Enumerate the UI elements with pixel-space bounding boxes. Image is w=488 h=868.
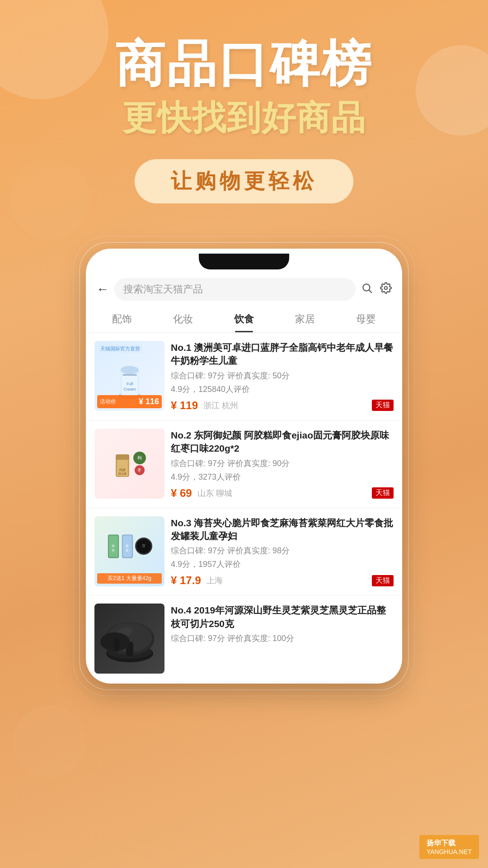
product-info-1: No.1 澳洲美可卓进口蓝胖子全脂高钙中老年成人早餐牛奶粉学生儿童 综合口碑: … bbox=[171, 341, 394, 412]
svg-text:海: 海 bbox=[112, 544, 115, 547]
tmall-badge-1: 天猫 bbox=[372, 400, 394, 411]
product-reviews-2: 4.9分，3273人评价 bbox=[171, 472, 394, 482]
search-bar: ← 搜索淘宝天猫产品 bbox=[87, 273, 401, 306]
table-row[interactable]: 海 苔 紫 菜 苔 bbox=[87, 508, 401, 596]
product-info-2: No.2 东阿御妃颜 阿胶糕即食ejiao固元膏阿胶块原味红枣口味220g*2 … bbox=[171, 429, 394, 500]
tmall-badge-3: 天猫 bbox=[372, 575, 394, 586]
product-title-3: No.3 海苔夹心脆片即食芝麻海苔紫菜网红大片零食批发罐装儿童孕妇 bbox=[171, 516, 394, 543]
tab-home[interactable]: 家居 bbox=[274, 306, 335, 332]
svg-text:菜: 菜 bbox=[126, 549, 129, 552]
product-image-1: 天猫国际官方直营 Full Cream bbox=[94, 341, 164, 411]
product-price-3: ¥ 17.9 bbox=[171, 574, 201, 587]
product-title-2: No.2 东阿御妃颜 阿胶糕即食ejiao固元膏阿胶块原味红枣口味220g*2 bbox=[171, 429, 394, 455]
watermark-url: YANGHUA.NET bbox=[427, 848, 472, 855]
product-score-1: 综合口碑: 97分 评价真实度: 50分 bbox=[171, 370, 394, 381]
product-price-2: ¥ 69 bbox=[171, 487, 192, 500]
product-reviews-3: 4.9分，1957人评价 bbox=[171, 559, 394, 570]
product-list: 天猫国际官方直营 Full Cream bbox=[87, 333, 401, 682]
svg-text:苔: 苔 bbox=[112, 549, 115, 552]
search-icon[interactable] bbox=[361, 282, 373, 297]
product-title-4: No.4 2019年河源深山野生灵芝紫灵芝黑灵芝正品整枝可切片250克 bbox=[171, 604, 394, 630]
product-reviews-1: 4.9分，125840人评价 bbox=[171, 384, 394, 395]
phone-notch bbox=[199, 254, 289, 269]
product-image-2: 阿胶 固元膏 枸 枣 bbox=[94, 429, 164, 499]
hero-title-sub: 更快找到好商品 bbox=[27, 95, 461, 141]
tab-accessories[interactable]: 配饰 bbox=[92, 306, 153, 332]
tab-cosmetics[interactable]: 化妆 bbox=[153, 306, 214, 332]
product-price-row-3: ¥ 17.9 上海 天猫 bbox=[171, 574, 394, 587]
product-location-3: 上海 bbox=[206, 575, 223, 586]
tmall-badge-2: 天猫 bbox=[372, 487, 394, 499]
product-title-1: No.1 澳洲美可卓进口蓝胖子全脂高钙中老年成人早餐牛奶粉学生儿童 bbox=[171, 341, 394, 368]
product-info-3: No.3 海苔夹心脆片即食芝麻海苔紫菜网红大片零食批发罐装儿童孕妇 综合口碑: … bbox=[171, 516, 394, 587]
svg-text:Full: Full bbox=[126, 382, 133, 386]
product-score-3: 综合口碑: 97分 评价真实度: 98分 bbox=[171, 545, 394, 556]
svg-text:紫: 紫 bbox=[126, 544, 129, 547]
table-row[interactable]: 天猫国际官方直营 Full Cream bbox=[87, 333, 401, 420]
hero-section: 商品口碑榜 更快找到好商品 让购物更轻松 bbox=[0, 0, 488, 240]
product-price-row-2: ¥ 69 山东 聊城 天猫 bbox=[171, 487, 394, 500]
product-score-4: 综合口碑: 97分 评价真实度: 100分 bbox=[171, 633, 394, 644]
search-icon-group bbox=[361, 282, 392, 297]
phone-mockup: ← 搜索淘宝天猫产品 配饰 化妆 饮食 家 bbox=[86, 249, 402, 684]
product-info-4: No.4 2019年河源深山野生灵芝紫灵芝黑灵芝正品整枝可切片250克 综合口碑… bbox=[171, 604, 394, 674]
back-button[interactable]: ← bbox=[96, 282, 109, 297]
hero-badge: 让购物更轻松 bbox=[135, 159, 353, 203]
svg-text:阿胶: 阿胶 bbox=[119, 468, 126, 472]
product-score-2: 综合口碑: 97分 评价真实度: 90分 bbox=[171, 458, 394, 469]
svg-rect-12 bbox=[116, 454, 129, 460]
svg-text:Cream: Cream bbox=[123, 387, 136, 392]
phone-notch-bar bbox=[87, 250, 401, 273]
hero-title-main: 商品口碑榜 bbox=[27, 36, 461, 91]
watermark: 扬华下载 YANGHUA.NET bbox=[419, 835, 479, 859]
tab-food[interactable]: 饮食 bbox=[214, 306, 275, 332]
phone-frame: ← 搜索淘宝天猫产品 配饰 化妆 饮食 家 bbox=[86, 249, 402, 684]
svg-point-0 bbox=[363, 284, 370, 291]
product-location-1: 浙江 杭州 bbox=[203, 400, 238, 411]
svg-point-2 bbox=[385, 286, 388, 289]
svg-point-30 bbox=[113, 637, 119, 651]
search-input[interactable]: 搜索淘宝天猫产品 bbox=[114, 278, 356, 301]
category-tabs: 配饰 化妆 饮食 家居 母婴 bbox=[87, 306, 401, 333]
hero-badge-container: 让购物更轻松 bbox=[135, 159, 353, 203]
svg-rect-9 bbox=[122, 374, 137, 376]
svg-text:固元膏: 固元膏 bbox=[118, 472, 127, 475]
product-price-row-1: ¥ 119 浙江 杭州 天猫 bbox=[171, 399, 394, 412]
promo-label-1: 活动价 ¥ 116 bbox=[97, 395, 162, 408]
table-row[interactable]: No.4 2019年河源深山野生灵芝紫灵芝黑灵芝正品整枝可切片250克 综合口碑… bbox=[87, 595, 401, 682]
table-row[interactable]: 阿胶 固元膏 枸 枣 bbox=[87, 420, 401, 508]
svg-point-6 bbox=[120, 366, 139, 374]
product-location-2: 山东 聊城 bbox=[197, 488, 232, 499]
product-image-3: 海 苔 紫 菜 苔 bbox=[94, 516, 164, 586]
product-price-1: ¥ 119 bbox=[171, 399, 198, 412]
settings-icon[interactable] bbox=[380, 282, 392, 297]
product-image-4 bbox=[94, 604, 164, 674]
watermark-name: 扬华下载 bbox=[427, 839, 472, 848]
svg-line-1 bbox=[369, 290, 372, 292]
tab-baby[interactable]: 母婴 bbox=[335, 306, 396, 332]
